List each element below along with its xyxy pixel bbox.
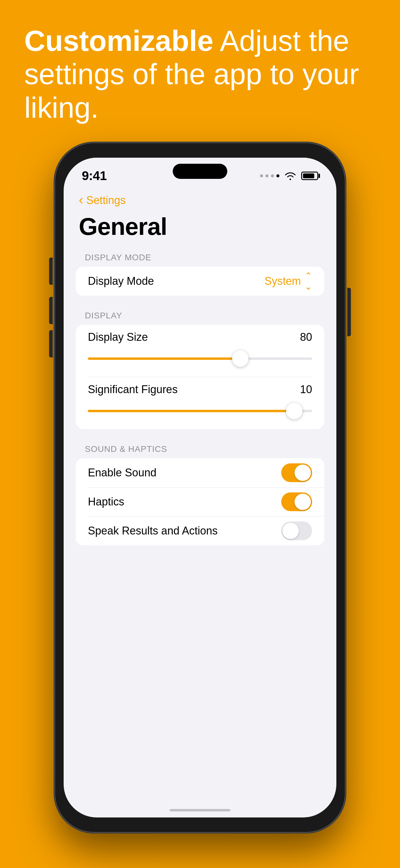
enable-sound-toggle[interactable] — [281, 463, 312, 482]
speak-results-row: Speak Results and Actions — [76, 516, 324, 546]
back-chevron-icon: ‹ — [79, 193, 83, 207]
status-bar: 9:41 — [64, 158, 336, 188]
sound-haptics-header: SOUND & HAPTICS — [64, 441, 336, 458]
speak-results-thumb — [282, 523, 299, 539]
speak-results-toggle[interactable] — [281, 522, 312, 540]
haptics-label: Haptics — [88, 495, 124, 508]
significant-figures-track — [88, 410, 312, 412]
back-label: Settings — [86, 194, 126, 207]
haptics-row: Haptics — [76, 487, 324, 516]
display-mode-header: DISPLAY MODE — [64, 250, 336, 267]
home-indicator — [170, 809, 230, 811]
significant-figures-slider[interactable] — [88, 402, 312, 420]
page-title: General — [79, 213, 321, 241]
display-size-row[interactable]: Display Size 80 — [76, 325, 324, 377]
wifi-icon — [284, 171, 296, 180]
battery-icon — [301, 172, 318, 180]
significant-figures-row[interactable]: Significant Figures 10 — [76, 377, 324, 429]
display-size-label: Display Size — [88, 331, 148, 343]
display-size-top: Display Size 80 — [88, 331, 312, 343]
display-size-fill — [88, 358, 240, 360]
display-size-slider[interactable] — [88, 349, 312, 368]
phone-screen: 9:41 — [64, 158, 336, 817]
signal-dot-1 — [260, 174, 263, 177]
chevron-updown-icon: ⌃⌄ — [305, 271, 312, 292]
display-card: Display Size 80 Significant F — [76, 325, 324, 429]
display-mode-card: Display Mode System ⌃⌄ — [76, 267, 324, 296]
display-mode-row[interactable]: Display Mode System ⌃⌄ — [76, 267, 324, 296]
signal-dot-2 — [265, 174, 268, 177]
significant-figures-thumb[interactable] — [286, 403, 303, 419]
enable-sound-label: Enable Sound — [88, 466, 156, 479]
speak-results-label: Speak Results and Actions — [88, 525, 218, 537]
status-icons — [260, 171, 318, 180]
enable-sound-row: Enable Sound — [76, 458, 324, 487]
display-mode-value[interactable]: System ⌃⌄ — [264, 271, 312, 292]
display-mode-selected: System — [264, 275, 301, 287]
signal-dot-4 — [276, 174, 279, 177]
hero-heading: Customizable Adjust the settings of the … — [24, 24, 376, 124]
display-section: DISPLAY Display Size 80 — [64, 308, 336, 429]
significant-figures-label: Significant Figures — [88, 383, 178, 396]
nav-bar: ‹ Settings — [64, 188, 336, 210]
significant-figures-value: 10 — [300, 383, 312, 396]
display-size-track — [88, 358, 312, 360]
dynamic-island — [173, 164, 227, 179]
display-mode-section: DISPLAY MODE Display Mode System ⌃⌄ — [64, 250, 336, 296]
hero-section: Customizable Adjust the settings of the … — [0, 0, 400, 143]
significant-figures-fill — [88, 410, 294, 412]
display-size-value: 80 — [300, 331, 312, 343]
enable-sound-thumb — [294, 465, 311, 481]
display-mode-label: Display Mode — [88, 275, 154, 287]
display-size-thumb[interactable] — [232, 350, 249, 367]
signal-dot-3 — [271, 174, 274, 177]
haptics-toggle[interactable] — [281, 492, 312, 511]
haptics-thumb — [294, 494, 311, 510]
page-title-section: General — [64, 210, 336, 250]
sound-haptics-card: Enable Sound Haptics Speak Results and A… — [76, 458, 324, 546]
sound-haptics-section: SOUND & HAPTICS Enable Sound Haptics — [64, 441, 336, 546]
significant-figures-top: Significant Figures 10 — [88, 383, 312, 396]
battery-fill — [303, 174, 314, 178]
phone-frame: 9:41 — [55, 143, 345, 833]
display-header: DISPLAY — [64, 308, 336, 325]
back-button[interactable]: ‹ Settings — [79, 194, 126, 207]
hero-bold: Customizable — [24, 25, 213, 57]
signal-icon — [260, 174, 279, 177]
status-time: 9:41 — [82, 168, 107, 183]
